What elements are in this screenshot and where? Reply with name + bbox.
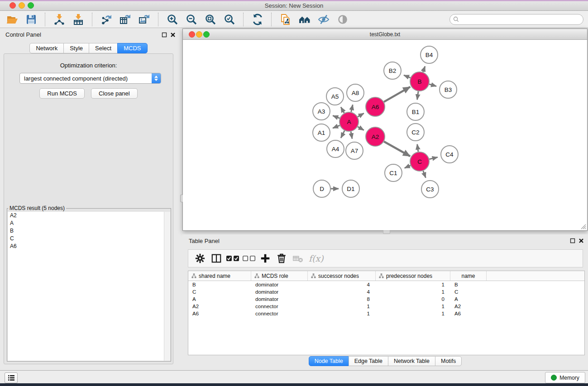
import-table-button[interactable] [70,12,87,27]
window-resize-grip[interactable] [580,224,586,229]
run-mcds-button[interactable]: Run MCDS [39,88,85,99]
tab-style[interactable]: Style [63,43,89,53]
import-network-button[interactable] [51,12,68,27]
deselect-all-checkboxes-button[interactable] [241,251,257,266]
mcds-result-item[interactable]: A6 [8,243,170,250]
tab-network[interactable]: Network [29,43,64,53]
table-row[interactable]: A6connector11A6 [188,310,584,317]
optimization-criterion-dropdown[interactable]: largest connected component (directed) [19,73,161,84]
zoom-fit-icon [205,14,216,25]
table-tabs: Node TableEdge TableNetwork TableMotifs [182,356,588,366]
tab-select[interactable]: Select [89,43,118,53]
graph-edge-C-C4[interactable] [429,157,437,159]
table-cell: dominator [251,282,308,287]
graph-edge-C-C2[interactable] [417,144,418,152]
zoom-in-button[interactable] [164,12,181,27]
export-image-button[interactable] [136,12,153,27]
search-box[interactable] [449,14,583,25]
table-row[interactable]: Bdominator41B [188,281,584,288]
table-cell: B [188,282,251,287]
graph-edge-A-A1[interactable] [333,125,339,128]
memory-label: Memory [559,375,579,381]
main-toolbar [0,11,352,28]
graph-edge-A-A4[interactable] [341,131,344,138]
graph-edge-A-A5[interactable] [341,107,344,113]
column-header-label: shared name [199,273,230,279]
column-header-name[interactable]: name [450,271,487,281]
memory-status-icon [551,375,557,381]
toolbar-separator [158,13,159,26]
houses-button[interactable] [296,12,313,27]
tab-network-table[interactable]: Network Table [388,356,435,366]
toolbar-separator [271,13,272,26]
graph-edge-A-A7[interactable] [351,132,352,139]
application-window: Session: New Session Control Panel Netwo… [0,0,588,383]
close-panel-button[interactable]: Close panel [91,88,138,99]
column-header-successor-nodes[interactable]: successor nodes [308,271,376,281]
show-columns-button[interactable] [209,251,224,266]
zoom-out-button[interactable] [183,12,200,27]
tab-mcds[interactable]: MCDS [117,43,147,53]
graph-edge-A2-C[interactable] [384,142,410,156]
graph-edge-B-B1[interactable] [417,91,418,100]
close-panel-icon[interactable] [170,32,176,38]
zoom-fit-button[interactable] [202,12,219,27]
graph-edge-B-B3[interactable] [429,84,436,86]
table-row[interactable]: Adominator80A [188,295,584,303]
mcds-result-list[interactable]: A2ABCA6 [8,212,170,361]
select-all-checkboxes-button[interactable] [225,251,240,266]
network-canvas[interactable]: B4B2BB3A5A8A6B1A3AA1C2A2A4A7C4CC1C3DD1 [183,40,587,230]
search-input[interactable] [459,15,583,24]
table-close-panel-icon[interactable] [578,238,584,243]
duplicate-network-button[interactable] [277,12,294,27]
graph-edge-A-A8[interactable] [351,105,353,112]
graph-edge-A6-B[interactable] [384,87,410,102]
table-cell: 4 [308,282,376,287]
column-header-MCDS-role[interactable]: MCDS role [251,271,308,281]
open-file-button[interactable] [4,12,21,27]
column-header-empty [487,271,583,281]
graph-edge-A-A2[interactable] [358,127,364,130]
graph-edge-B-B4[interactable] [423,66,425,72]
graph-edge-C-C1[interactable] [405,166,411,168]
tab-motifs[interactable]: Motifs [435,356,462,366]
graph-edge-A-A3[interactable] [333,116,339,119]
mcds-result-item[interactable]: B [8,227,170,235]
export-network-button[interactable] [98,12,115,27]
graph-edge-B-B2[interactable] [404,75,411,78]
column-header-predecessor-nodes[interactable]: predecessor nodes [376,271,450,281]
table-header-row: shared nameMCDS rolesuccessor nodesprede… [188,271,584,281]
float-panel-icon[interactable] [162,32,167,38]
result-scrollbar[interactable] [164,212,170,361]
mcds-result-item[interactable]: C [8,235,170,243]
function-builder-icon[interactable]: f(x) [309,253,324,263]
tab-node-table[interactable]: Node Table [309,356,349,366]
task-history-button[interactable] [5,372,18,383]
graph-edge-A-A6[interactable] [358,113,364,117]
mcds-result-item[interactable]: A [8,219,170,227]
table-cell: 1 [376,289,450,295]
zoom-selected-button[interactable] [221,12,238,27]
settings-gear-button[interactable] [192,251,208,266]
create-column-button[interactable] [258,251,273,266]
mcds-result-item[interactable]: A2 [8,212,170,219]
tab-edge-table[interactable]: Edge Table [349,356,388,366]
delete-table-button[interactable] [290,251,306,266]
graph-edge-C-C3[interactable] [423,171,426,178]
table-cell: 8 [308,296,376,302]
split-pane-grip-horizontal[interactable] [383,230,390,234]
delete-column-button[interactable] [274,251,289,266]
save-session-button[interactable] [23,12,40,27]
apply-layout-button[interactable] [249,12,266,27]
table-row[interactable]: Cdominator41C [188,288,584,295]
delete-column-icon [276,253,287,264]
column-header-label: predecessor nodes [386,273,432,279]
table-cell: A [450,296,487,302]
memory-button[interactable]: Memory [545,372,585,383]
table-float-panel-icon[interactable] [570,238,575,243]
table-row[interactable]: A2connector11A2 [188,303,584,310]
export-table-button[interactable] [117,12,134,27]
column-header-shared-name[interactable]: shared name [188,271,251,281]
show-all-button[interactable] [334,12,351,27]
hide-selected-button[interactable] [315,12,332,27]
